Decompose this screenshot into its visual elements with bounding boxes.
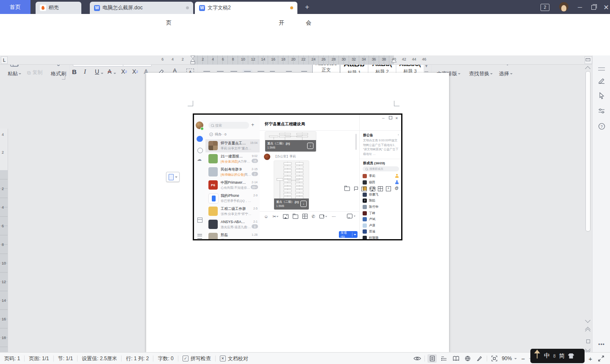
right-indent-marker[interactable] [391, 58, 397, 64]
ruler-number: 36 [372, 57, 376, 61]
more-icon: ⋯ [332, 214, 336, 219]
ruler-number: 12 [2, 280, 6, 284]
ribbon-toolbar: 粘贴 ✂ 剪切 ⧉ 复制 格式刷 Calibri 五号 A+ A− wén 安 … [0, 27, 610, 56]
ruler-number: 6 [161, 57, 164, 61]
restore-button[interactable] [588, 2, 599, 13]
zoom-level[interactable]: 90% [502, 356, 512, 361]
spell-check-icon: ✓ [183, 356, 189, 361]
new-tab-button[interactable]: + [302, 2, 313, 13]
ink-mode-icon[interactable] [475, 354, 484, 363]
home-tab[interactable]: 首页 [0, 0, 30, 14]
divider [360, 130, 402, 131]
eye-protect-icon[interactable] [413, 354, 422, 363]
chatwin-maximize-icon [389, 116, 392, 119]
group-owner-icon [395, 174, 399, 178]
screenshot-icon: ✂ [272, 214, 278, 219]
document-tab-2-active[interactable]: W 文字文稿2 [195, 2, 297, 14]
chat-avatar [208, 220, 218, 229]
rail-more-icon[interactable]: ••• [597, 340, 606, 349]
chat-title: 邢磊 [221, 233, 246, 238]
browse-object-button[interactable] [586, 339, 590, 343]
split-view-icon [361, 187, 367, 191]
chatwin-close-icon: ✕ [395, 116, 398, 120]
zoom-in-button[interactable]: + [587, 355, 594, 362]
paste-options-float-button[interactable] [166, 172, 180, 182]
proofread-toggle[interactable]: ✕ 文档校对 [216, 355, 252, 362]
vertical-ruler[interactable]: 422468101214161820222426 [0, 129, 8, 364]
chat-avatar [208, 154, 218, 163]
zoom-out-button[interactable]: − [519, 355, 527, 362]
document-tab-1[interactable]: W 电脑怎么截屏.doc [90, 2, 193, 14]
spell-check-toggle[interactable]: ✓ 拼写检查 [178, 355, 215, 362]
help-icon[interactable]: ? [597, 121, 606, 131]
docer-tab[interactable]: 稻壳 [36, 2, 81, 14]
chat-time: 2-14 [252, 181, 258, 184]
tab-stop-selector[interactable]: L [1, 56, 8, 64]
scroll-up-arrow[interactable] [585, 66, 591, 72]
embedded-chat-screenshot[interactable]: ☁ 搜索 + 待办 · 0 怀宁县重点工程建设局15:04李莉:分享文件"重点（… [193, 113, 402, 240]
writer-doc-icon: W [199, 5, 205, 11]
scrollbar-thumb[interactable] [585, 71, 591, 232]
rail-drag-handle[interactable] [598, 67, 605, 71]
close-button[interactable]: ✕ [601, 2, 610, 13]
user-avatar[interactable] [559, 2, 568, 11]
input-toolbar: ☺ ✂ ✆ ⋯ [264, 214, 336, 219]
ink-annotate-icon[interactable] [597, 76, 606, 85]
group-announcement-text: 文明办王惠 9:00:00中国文明网公益广告下载地址1、“讲文明树新风” 公益广… [363, 138, 399, 156]
chat-title: 工程二级工作群 [221, 207, 246, 212]
member-avatar [363, 211, 367, 215]
status-item[interactable]: 行: 1 列: 2 [122, 355, 153, 362]
member-name: 程璐璐 [369, 236, 391, 240]
ruler-number: 46 [422, 57, 426, 61]
ruler-toggle-button[interactable] [585, 56, 592, 64]
todo-check-icon [209, 132, 213, 136]
select-tool-icon[interactable] [597, 91, 606, 100]
minimize-button[interactable]: ─ [574, 2, 585, 13]
outline-view-icon[interactable] [439, 354, 449, 363]
chat-time: 1-28 [252, 233, 258, 236]
unread-badge: 99+ [251, 185, 258, 189]
qq-chat-title: 怀宁县重点工程建设局 [265, 121, 324, 127]
ime-language-mode[interactable]: 中 [544, 352, 550, 360]
video-call-icon [319, 215, 327, 218]
window-count-badge[interactable]: 2 [541, 4, 549, 11]
adjust-settings-icon[interactable] [597, 106, 606, 116]
invite-icon: + [386, 186, 391, 191]
member-row: 丁峰 [360, 210, 402, 217]
previous-page-button[interactable] [586, 328, 590, 333]
ruler-number: 24 [311, 57, 316, 61]
member-avatar [363, 217, 367, 221]
group-announcement-title: 群公告 [363, 133, 373, 138]
ruler-number: 12 [251, 57, 255, 61]
ruler-number: 8 [2, 243, 4, 247]
scroll-down-arrow[interactable] [585, 317, 591, 323]
ime-simplified-mode[interactable]: 简 [559, 352, 565, 360]
spell-check-label: 拼写检查 [191, 355, 211, 362]
chat-history-icon [347, 214, 356, 218]
fit-page-icon[interactable] [490, 354, 499, 363]
member-avatar [363, 205, 367, 209]
status-item[interactable]: 页面: 1/1 [25, 355, 53, 362]
ime-skin-icon[interactable] [568, 353, 574, 358]
status-item[interactable]: 节: 1/1 [54, 355, 77, 362]
ime-num[interactable]: 8 [553, 354, 556, 358]
member-name: 徐鹏飞 [369, 193, 391, 197]
status-left: 页码: 1页面: 1/1节: 1/1设置值: 2.5厘米行: 1 列: 2字数:… [0, 355, 178, 362]
horizontal-ruler[interactable]: 6422468101214161820222426283032343638404… [0, 55, 610, 65]
zoom-caret[interactable] [514, 358, 517, 361]
web-view-icon[interactable] [463, 354, 472, 363]
status-item[interactable]: 页码: 1 [0, 355, 24, 362]
chat-avatar [208, 167, 218, 176]
left-indent-marker[interactable] [190, 55, 196, 64]
chat-preview: [有全体消息]A力学网☑工企 [221, 160, 252, 164]
status-item[interactable]: 字数: 0 [153, 355, 177, 362]
ime-status-bar[interactable]: 中 8 简 [530, 349, 585, 363]
status-item[interactable]: 设置值: 2.5厘米 [78, 355, 121, 362]
document-scrollbar[interactable] [584, 64, 591, 352]
ruler-number: 2 [182, 57, 184, 61]
fullscreen-icon[interactable] [596, 354, 606, 363]
ruler-number: 2 [2, 150, 4, 154]
page-view-icon[interactable] [427, 354, 437, 363]
file-name: 重点（二期）.jpg [276, 200, 301, 204]
read-mode-icon[interactable] [451, 354, 460, 363]
